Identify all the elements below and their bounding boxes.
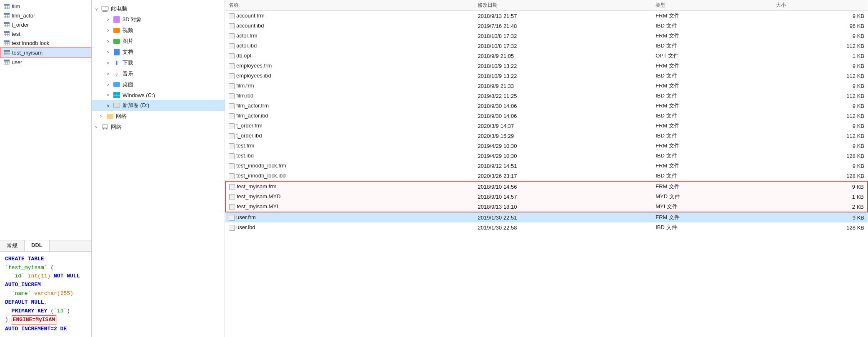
file-row[interactable]: film_actor.frm2018/9/30 14:06FRM 文件9 KB xyxy=(225,101,868,111)
file-size-cell: 112 KB xyxy=(773,131,868,141)
file-type-cell: FRM 文件 xyxy=(652,161,773,171)
file-size-cell: 112 KB xyxy=(773,111,868,121)
file-table: 名称 修改日期 类型 大小 account.frm2018/9/13 21:57… xyxy=(225,0,868,232)
file-name-cell: test_innodb_lock.ibd xyxy=(225,171,474,181)
file-type-cell: IBD 文件 xyxy=(652,111,773,121)
file-name-cell: test_myisam.frm xyxy=(225,181,474,192)
file-row[interactable]: test_myisam.MYI2018/9/13 18:10MYI 文件2 KB xyxy=(225,202,868,212)
file-row[interactable]: account.ibd2019/7/16 21:48IBD 文件96 KB xyxy=(225,21,868,31)
explorer-root[interactable]: ∨ 此电脑 xyxy=(92,3,225,14)
explorer-item-文档[interactable]: >文档 xyxy=(92,47,225,57)
tree-item-film_actor[interactable]: film_actor xyxy=(0,11,91,20)
file-icon xyxy=(229,43,235,49)
file-date-cell: 2019/7/16 21:48 xyxy=(474,21,652,31)
file-size-cell: 9 KB xyxy=(773,161,868,171)
file-size-cell: 9 KB xyxy=(773,181,868,192)
file-row[interactable]: account.frm2018/9/13 21:57FRM 文件9 KB xyxy=(225,11,868,21)
file-row[interactable]: film.frm2018/9/9 21:33FRM 文件9 KB xyxy=(225,81,868,91)
file-icon xyxy=(229,194,235,200)
network-arrow: > xyxy=(95,125,100,130)
file-row[interactable]: actor.ibd2018/10/8 17:32IBD 文件112 KB xyxy=(225,41,868,51)
svg-rect-12 xyxy=(4,22,10,24)
file-name-cell: t_order.ibd xyxy=(225,131,474,141)
explorer-network[interactable]: > 网络 xyxy=(92,122,225,132)
file-name-cell: test_innodb_lock.frm xyxy=(225,161,474,171)
file-type-cell: FRM 文件 xyxy=(652,11,773,21)
file-name-cell: employees.ibd xyxy=(225,71,474,81)
explorer-item-label: 视频 xyxy=(123,27,133,34)
file-name-cell: account.ibd xyxy=(225,21,474,31)
file-row[interactable]: db.opt2018/9/9 21:05OPT 文件1 KB xyxy=(225,51,868,61)
ddl-line3: `name` varchar(255) DEFAULT NULL, xyxy=(5,290,86,307)
explorer-item-label: Windows (C:) xyxy=(123,92,155,98)
file-icon xyxy=(229,113,235,119)
col-name: 名称 xyxy=(225,0,474,11)
desktop-icon xyxy=(113,81,121,88)
explorer-item-3D 对象[interactable]: >3D 对象 xyxy=(92,14,225,25)
explorer-item-Windows (C:)[interactable]: > Windows (C:) xyxy=(92,90,225,100)
file-icon xyxy=(229,143,235,149)
file-row[interactable]: test_innodb_lock.ibd2020/3/26 23:17IBD 文… xyxy=(225,171,868,181)
col-type: 类型 xyxy=(652,0,773,11)
explorer-item-label: 文档 xyxy=(123,48,133,56)
file-size-cell: 9 KB xyxy=(773,101,868,111)
file-size-cell: 112 KB xyxy=(773,91,868,101)
tree-item-test-innodb-lock[interactable]: test innodb lock xyxy=(0,38,91,47)
file-row[interactable]: t_order.ibd2020/3/9 15:29IBD 文件112 KB xyxy=(225,131,868,141)
file-table-body: account.frm2018/9/13 21:57FRM 文件9 KBacco… xyxy=(225,11,868,233)
tree-item-t_order[interactable]: t_order xyxy=(0,20,91,29)
file-size-cell: 2 KB xyxy=(773,202,868,212)
file-icon xyxy=(229,123,235,129)
file-row[interactable]: user.frm2019/1/30 22:51FRM 文件9 KB xyxy=(225,212,868,222)
file-type-cell: IBD 文件 xyxy=(652,131,773,141)
file-name-cell: film.frm xyxy=(225,81,474,91)
file-row[interactable]: test_myisam.frm2018/9/10 14:56FRM 文件9 KB xyxy=(225,181,868,192)
file-row[interactable]: t_order.frm2020/3/9 14:37FRM 文件9 KB xyxy=(225,121,868,131)
file-row[interactable]: employees.frm2018/10/9 13:22FRM 文件9 KB xyxy=(225,61,868,71)
file-icon xyxy=(229,13,235,19)
col-date: 修改日期 xyxy=(474,0,652,11)
table-icon xyxy=(4,49,10,56)
tab-ddl[interactable]: DDL xyxy=(25,240,50,251)
right-panel: 名称 修改日期 类型 大小 account.frm2018/9/13 21:57… xyxy=(225,0,868,337)
file-date-cell: 2018/10/9 13:22 xyxy=(474,61,652,71)
explorer-item-网络[interactable]: >网络 xyxy=(92,111,225,122)
file-type-cell: IBD 文件 xyxy=(652,71,773,81)
file-icon xyxy=(229,63,235,69)
file-row[interactable]: actor.frm2018/10/8 17:32FRM 文件9 KB xyxy=(225,31,868,41)
explorer-item-下载[interactable]: >⬇下载 xyxy=(92,57,225,68)
tree-item-test_myisam[interactable]: test_myisam xyxy=(0,47,91,57)
tree-item-test[interactable]: test xyxy=(0,29,91,38)
file-list: 名称 修改日期 类型 大小 account.frm2018/9/13 21:57… xyxy=(225,0,868,337)
file-row[interactable]: test_innodb_lock.frm2018/9/12 14:51FRM 文… xyxy=(225,161,868,171)
tree-item-film[interactable]: film xyxy=(0,2,91,11)
file-date-cell: 2018/9/12 14:51 xyxy=(474,161,652,171)
file-row[interactable]: test.frm2019/4/29 10:30FRM 文件9 KB xyxy=(225,141,868,151)
explorer-item-图片[interactable]: >图片 xyxy=(92,36,225,47)
file-row[interactable]: user.ibd2019/1/30 22:58IBD 文件128 KB xyxy=(225,222,868,232)
file-row[interactable]: test.ibd2019/4/29 10:30IBD 文件128 KB xyxy=(225,151,868,161)
file-type-cell: IBD 文件 xyxy=(652,222,773,232)
file-icon xyxy=(229,103,235,109)
file-date-cell: 2019/1/30 22:51 xyxy=(474,212,652,222)
explorer-item-音乐[interactable]: >♪音乐 xyxy=(92,68,225,79)
explorer-item-label: 3D 对象 xyxy=(123,16,142,23)
file-icon xyxy=(229,184,235,190)
explorer-items-container: >3D 对象>视频>图片>文档>⬇下载>♪音乐>桌面> Windows (C:)… xyxy=(92,14,225,122)
file-row[interactable]: employees.ibd2018/10/9 13:22IBD 文件112 KB xyxy=(225,71,868,81)
file-type-cell: IBD 文件 xyxy=(652,41,773,51)
file-row[interactable]: test_myisam.MYD2018/9/10 14:57MYD 文件1 KB xyxy=(225,192,868,202)
expand-arrow: > xyxy=(107,39,112,44)
file-date-cell: 2018/9/13 18:10 xyxy=(474,202,652,212)
explorer-item-新加卷 (D:)[interactable]: ∨新加卷 (D:) xyxy=(92,100,225,111)
tabs-row: 常规 DDL xyxy=(0,240,91,252)
file-row[interactable]: film.ibd2019/8/22 11:25IBD 文件112 KB xyxy=(225,91,868,101)
tree-item-user[interactable]: user xyxy=(0,57,91,67)
explorer-item-视频[interactable]: >视频 xyxy=(92,25,225,36)
file-row[interactable]: film_actor.ibd2018/9/30 14:06IBD 文件112 K… xyxy=(225,111,868,121)
file-size-cell: 128 KB xyxy=(773,222,868,232)
file-type-cell: FRM 文件 xyxy=(652,61,773,71)
tab-general[interactable]: 常规 xyxy=(0,240,25,251)
explorer-item-桌面[interactable]: >桌面 xyxy=(92,79,225,90)
windows-drive-icon xyxy=(113,92,121,98)
